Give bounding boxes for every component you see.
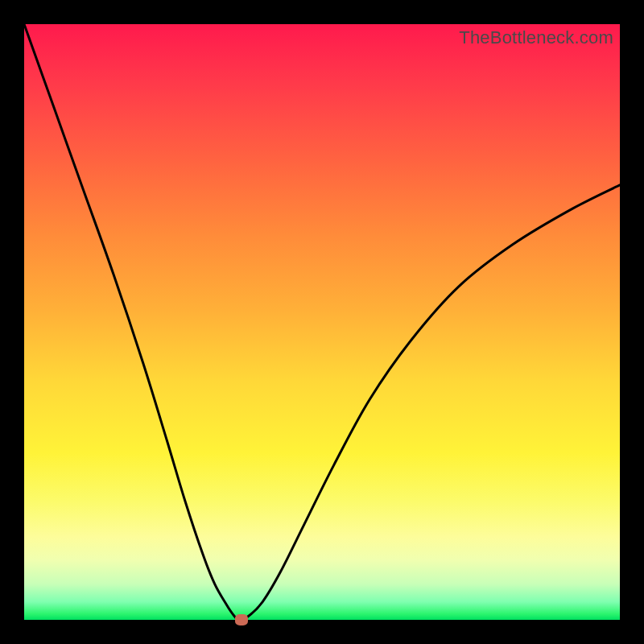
curve-path bbox=[24, 24, 620, 620]
bottleneck-curve bbox=[24, 24, 620, 620]
optimal-point-marker bbox=[235, 614, 248, 625]
chart-frame: TheBottleneck.com bbox=[0, 0, 644, 644]
plot-area: TheBottleneck.com bbox=[24, 24, 620, 620]
